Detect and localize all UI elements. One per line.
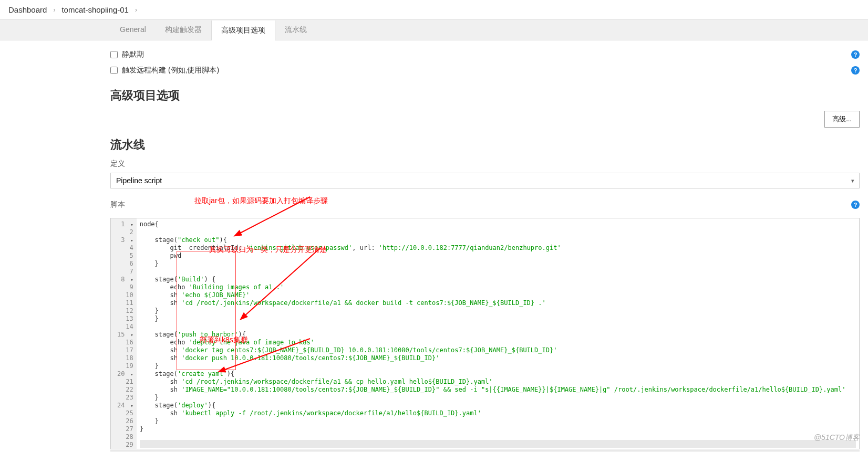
advanced-button[interactable]: 高级... — [824, 111, 860, 128]
breadcrumb-dashboard[interactable]: Dashboard — [8, 5, 47, 14]
checkbox-row-quiet: 静默期 ? — [110, 47, 860, 62]
checkbox-row-remote: 触发远程构建 (例如,使用脚本) ? — [110, 62, 860, 78]
breadcrumb: Dashboard › tomcat-shopiing-01 › — [0, 0, 868, 19]
editor-code[interactable]: node{ stage("check out"){ git credential… — [137, 218, 859, 449]
tab-advanced-options[interactable]: 高级项目选项 — [211, 20, 275, 40]
advanced-button-row: 高级... — [110, 111, 860, 128]
chevron-right-icon: › — [53, 6, 55, 14]
section-advanced-heading: 高级项目选项 — [110, 88, 860, 103]
script-label: 脚本 — [110, 200, 125, 209]
main-content: 静默期 ? 触发远程构建 (例如,使用脚本) ? 高级项目选项 高级... 流水… — [0, 40, 868, 452]
remote-trigger-checkbox[interactable] — [110, 67, 118, 74]
help-icon[interactable]: ? — [851, 66, 860, 75]
quiet-period-label: 静默期 — [122, 50, 144, 59]
help-icon[interactable]: ? — [851, 201, 860, 209]
code-editor[interactable]: 1 ▾2 3 ▾4 5 6 7 8 ▾9 10 11 12 13 14 15 ▾… — [110, 218, 860, 449]
definition-label: 定义 — [110, 159, 860, 169]
tabs-bar: General 构建触发器 高级项目选项 流水线 — [0, 19, 868, 40]
watermark: @51CTO博客 — [814, 433, 860, 443]
editor-gutter: 1 ▾2 3 ▾4 5 6 7 8 ▾9 10 11 12 13 14 15 ▾… — [111, 218, 137, 449]
breadcrumb-project[interactable]: tomcat-shopiing-01 — [61, 5, 129, 14]
tab-general[interactable]: General — [110, 20, 156, 40]
tab-build-triggers[interactable]: 构建触发器 — [156, 20, 211, 40]
remote-trigger-label: 触发远程构建 (例如,使用脚本) — [122, 66, 219, 75]
quiet-period-checkbox[interactable] — [110, 51, 118, 58]
tab-pipeline[interactable]: 流水线 — [275, 20, 316, 40]
help-icon[interactable]: ? — [851, 50, 860, 59]
script-label-row: 脚本 ? — [110, 196, 860, 214]
definition-select-row: Pipeline script ▾ — [110, 173, 860, 188]
definition-select[interactable]: Pipeline script — [110, 173, 860, 188]
section-pipeline-heading: 流水线 — [110, 137, 860, 153]
chevron-right-icon: › — [135, 6, 137, 14]
